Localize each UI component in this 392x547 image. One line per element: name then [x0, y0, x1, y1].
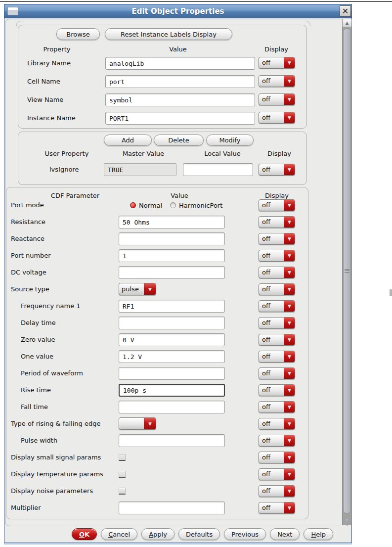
cdf-parameter-row: Type of rising & falling edge ▼ off ▼ — [6, 415, 308, 432]
local-value-input[interactable] — [183, 163, 253, 176]
display-dropdown[interactable]: off ▼ — [259, 283, 295, 295]
display-dropdown-value: off — [259, 502, 284, 513]
display-dropdown[interactable]: off ▼ — [259, 199, 295, 211]
cdf-value-input[interactable] — [119, 434, 225, 447]
display-dropdown-value: off — [259, 57, 284, 68]
display-dropdown-value: off — [259, 250, 284, 261]
cdf-value-input[interactable] — [119, 367, 225, 380]
scrollbar-up-button[interactable]: ▲ — [343, 19, 351, 27]
cdf-value-input[interactable] — [119, 350, 225, 363]
cdf-parameter-label: Resistance — [11, 214, 45, 230]
port-mode-radio-normal[interactable] — [130, 202, 136, 208]
cdf-value-input[interactable] — [119, 266, 225, 279]
cancel-button[interactable]: Cancel — [101, 528, 137, 540]
display-dropdown[interactable]: off ▼ — [259, 485, 295, 497]
cdf-parameter-row: Zero value off ▼ — [6, 331, 308, 348]
cdf-value-input[interactable] — [119, 317, 225, 329]
cdf-value-select[interactable]: ▼ — [119, 417, 156, 430]
value-column-header: Value — [153, 46, 203, 53]
modify-button[interactable]: Modify — [206, 135, 254, 146]
display-dropdown[interactable]: off ▼ — [259, 216, 295, 228]
help-button[interactable]: Help — [304, 528, 333, 540]
dropdown-arrow-icon: ▼ — [284, 112, 295, 123]
display-dropdown[interactable]: off ▼ — [259, 401, 295, 413]
display-dropdown[interactable]: off ▼ — [259, 435, 295, 447]
display-dropdown[interactable]: off ▼ — [259, 317, 295, 329]
cdf-value-input[interactable] — [119, 232, 225, 245]
titlebar: Edit Object Properties ✕ — [4, 4, 351, 18]
display-dropdown-value: off — [259, 368, 284, 379]
property-value-input[interactable] — [105, 75, 255, 88]
display-dropdown-value: off — [259, 284, 284, 295]
cdf-value-input[interactable] — [119, 501, 225, 514]
display-dropdown[interactable]: off ▼ — [259, 75, 295, 87]
cdf-value-select[interactable]: pulse ▼ — [119, 283, 156, 295]
display-dropdown[interactable]: off ▼ — [259, 468, 295, 480]
add-button[interactable]: Add — [104, 135, 152, 146]
display-dropdown[interactable]: off ▼ — [259, 334, 295, 346]
cdf-value-input[interactable] — [119, 249, 225, 262]
apply-button[interactable]: Apply — [141, 528, 174, 540]
cdf-parameter-row: Fall time off ▼ — [6, 399, 308, 415]
previous-button[interactable]: Previous — [224, 528, 266, 540]
browse-button[interactable]: Browse — [56, 28, 100, 40]
display-dropdown[interactable]: off ▼ — [259, 384, 295, 396]
radio-label-normal: Normal — [139, 202, 162, 209]
reset-instance-labels-button[interactable]: Reset Instance Labels Display — [105, 28, 232, 40]
display-dropdown[interactable]: off ▼ — [259, 250, 295, 262]
property-value-input[interactable] — [105, 93, 255, 106]
display-dropdown-value: off — [259, 217, 284, 228]
scrollbar-down-button[interactable]: ▼ — [343, 516, 351, 524]
user-property-label: lvsIgnore — [49, 163, 79, 176]
cdf-value-input[interactable] — [119, 216, 225, 228]
cdf-parameter-label: Reactance — [11, 230, 44, 247]
edit-object-properties-dialog: Edit Object Properties ✕ Browse Reset In… — [4, 4, 352, 543]
scrollbar-thumb[interactable] — [343, 28, 351, 514]
dropdown-arrow-icon: ▼ — [284, 57, 295, 68]
display-dropdown[interactable]: off ▼ — [259, 93, 295, 105]
display-dropdown[interactable]: off ▼ — [259, 112, 295, 124]
display-dropdown[interactable]: off ▼ — [259, 452, 295, 463]
radio-label-harmonicport: HarmonicPort — [179, 202, 222, 209]
property-value-input[interactable] — [105, 112, 255, 125]
display-dropdown[interactable]: off ▼ — [259, 57, 295, 69]
defaults-button[interactable]: Defaults — [178, 528, 220, 540]
cdf-value-input[interactable] — [119, 401, 225, 413]
property-value-input[interactable] — [105, 57, 255, 70]
cdf-checkbox[interactable] — [119, 488, 126, 495]
close-button[interactable]: ✕ — [340, 5, 351, 17]
cdf-parameter-row: Rise time off ▼ — [6, 382, 308, 399]
window-menu-icon[interactable] — [7, 7, 18, 15]
cdf-value-input[interactable] — [119, 300, 225, 313]
cdf-checkbox[interactable] — [119, 471, 126, 478]
display-dropdown-value: off — [259, 233, 284, 244]
display-dropdown[interactable]: off ▼ — [259, 233, 295, 245]
display-dropdown[interactable]: off ▼ — [259, 164, 295, 176]
ok-button[interactable]: OK — [72, 528, 97, 540]
display-dropdown[interactable]: off ▼ — [259, 502, 295, 514]
cdf-value-input[interactable] — [119, 333, 225, 346]
display-dropdown[interactable]: off ▼ — [259, 418, 295, 430]
display-dropdown[interactable]: off ▼ — [259, 367, 295, 379]
next-button[interactable]: Next — [270, 528, 300, 540]
port-mode-radio-harmonicport[interactable] — [170, 202, 176, 208]
cdf-value-input[interactable] — [119, 384, 225, 397]
cdf-parameter-label: Zero value — [21, 331, 55, 348]
dropdown-arrow-icon: ▼ — [284, 94, 295, 105]
instance-properties-group: Browse Reset Instance Labels Display Pro… — [18, 25, 307, 129]
close-icon: ✕ — [342, 7, 348, 15]
dropdown-arrow-icon: ▼ — [284, 368, 295, 379]
cdf-parameter-label: Delay time — [21, 315, 56, 331]
cdf-checkbox[interactable] — [119, 454, 126, 461]
display-dropdown[interactable]: off ▼ — [259, 351, 295, 363]
display-dropdown[interactable]: off ▼ — [259, 267, 295, 278]
property-column-header: Property — [32, 46, 82, 53]
delete-button[interactable]: Delete — [154, 135, 204, 146]
vertical-scrollbar[interactable]: ▲ ▼ — [342, 19, 352, 525]
cdf-parameter-row: Delay time off ▼ — [6, 315, 308, 331]
display-dropdown[interactable]: off ▼ — [259, 300, 295, 312]
display-dropdown-value: off — [259, 435, 284, 446]
display-dropdown-value: off — [259, 267, 284, 278]
cdf-parameter-row: Frequency name 1 off ▼ — [6, 298, 308, 315]
cdf-parameter-label: Display small signal params — [11, 449, 101, 466]
